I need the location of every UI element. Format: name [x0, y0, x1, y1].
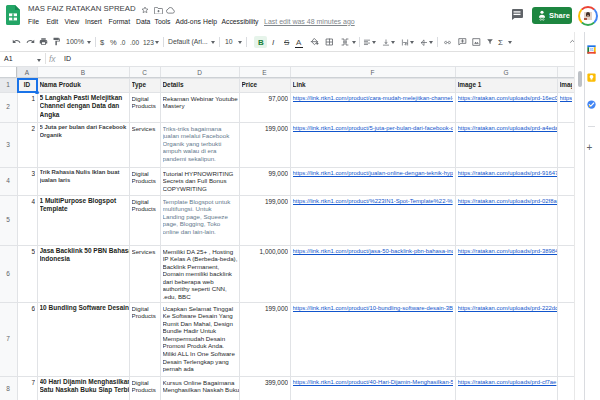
- svg-text:31: 31: [589, 48, 593, 52]
